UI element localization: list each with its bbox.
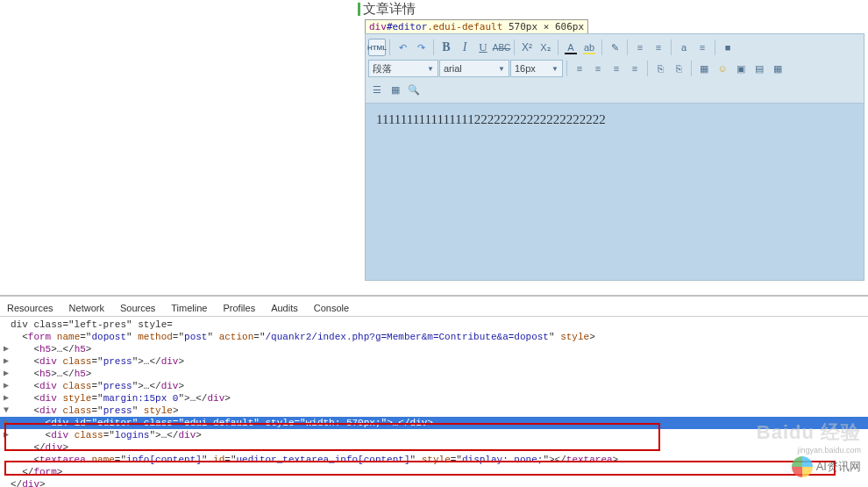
tab-network[interactable]: Network: [68, 300, 106, 316]
toolbar-extra-2[interactable]: ▦: [387, 81, 404, 98]
superscript-button[interactable]: X²: [518, 39, 536, 56]
inspector-tooltip: div#editor.edui-default 570px × 606px: [365, 19, 588, 34]
toolbar-extra-1[interactable]: ☰: [368, 81, 386, 98]
align-justify-button[interactable]: ≡: [626, 60, 644, 77]
font-size-select[interactable]: 16px▼: [510, 60, 563, 77]
tab-timeline[interactable]: Timeline: [169, 300, 209, 316]
bold-button[interactable]: B: [438, 39, 455, 56]
paragraph-select[interactable]: 段落▼: [368, 60, 438, 77]
code-line[interactable]: ▶ <div class="logins">…</div>: [0, 429, 868, 441]
code-line[interactable]: </div>: [0, 441, 868, 454]
eraser-button[interactable]: ✎: [606, 39, 623, 56]
align-left-button[interactable]: ≡: [571, 60, 588, 77]
code-line[interactable]: ▶ <div id="editor" class="edui-default" …: [0, 417, 868, 429]
video-button[interactable]: ▣: [732, 60, 750, 77]
table-button[interactable]: ▦: [769, 60, 786, 77]
unordered-list-button[interactable]: ≡: [650, 39, 667, 56]
devtools-tabs: Resources Network Sources Timeline Profi…: [0, 297, 868, 317]
tab-profiles[interactable]: Profiles: [221, 300, 257, 316]
code-line[interactable]: </div>: [0, 478, 868, 487]
code-line[interactable]: ▼ <div class="press" style>: [0, 405, 868, 417]
font-family-select[interactable]: arial▼: [439, 60, 509, 77]
fontcolor-button[interactable]: A: [562, 39, 580, 56]
source-button[interactable]: HTML: [368, 39, 386, 56]
align-right-button[interactable]: ≡: [608, 60, 625, 77]
code-line[interactable]: <form name="dopost" method="post" action…: [0, 331, 868, 343]
code-line[interactable]: <textarea name="info[content]" id="uedit…: [0, 454, 868, 466]
tab-resources[interactable]: Resources: [5, 300, 55, 316]
unlink-button[interactable]: ⎘: [670, 60, 687, 77]
code-line[interactable]: ▶ <h5>…</h5>: [0, 343, 868, 355]
code-line[interactable]: div class="left-pres" style=: [0, 319, 868, 331]
devtools-panel: Resources Network Sources Timeline Profi…: [0, 295, 868, 487]
ordered-list-button[interactable]: ≡: [631, 39, 649, 56]
elements-tree[interactable]: div class="left-pres" style= <form name=…: [0, 317, 868, 487]
code-line[interactable]: ▶ <h5>…</h5>: [0, 368, 868, 380]
indent-right-button[interactable]: ≡: [694, 39, 711, 56]
align-center-button[interactable]: ≡: [589, 60, 607, 77]
redo-button[interactable]: ↷: [412, 39, 430, 56]
link-button[interactable]: ⎘: [651, 60, 669, 77]
italic-button[interactable]: I: [456, 39, 473, 56]
undo-button[interactable]: ↶: [394, 39, 411, 56]
search-button[interactable]: 🔍: [405, 81, 423, 98]
editor-toolbar: HTML ↶ ↷ B I U ABC X² X₂ A ab ✎ ≡ ≡: [366, 34, 864, 104]
image-button[interactable]: ▦: [695, 60, 713, 77]
indent-left-button[interactable]: a: [675, 39, 693, 56]
code-line[interactable]: ▶ <div class="press">…</div>: [0, 355, 868, 368]
underline-button[interactable]: U: [474, 39, 492, 56]
subscript-button[interactable]: X₂: [537, 39, 554, 56]
fullscreen-button[interactable]: ■: [719, 39, 736, 56]
backcolor-button[interactable]: ab: [580, 39, 598, 56]
tab-audits[interactable]: Audits: [269, 300, 300, 316]
code-line[interactable]: ▶ <div class="press">…</div>: [0, 380, 868, 392]
strikethrough-button[interactable]: ABC: [493, 39, 510, 56]
tab-console[interactable]: Console: [312, 300, 351, 316]
code-button[interactable]: ▤: [751, 60, 768, 77]
editor-content[interactable]: 111111111111111122222222222222222222: [366, 104, 864, 136]
rich-text-editor: HTML ↶ ↷ B I U ABC X² X₂ A ab ✎ ≡ ≡: [365, 33, 864, 281]
preview-panel: 文章详情 div#editor.edui-default 570px × 606…: [0, 0, 868, 295]
tab-sources[interactable]: Sources: [118, 300, 157, 316]
section-title: 文章详情: [363, 1, 416, 18]
emoticon-button[interactable]: ☺: [714, 60, 731, 77]
code-line[interactable]: ▶ <div style="margin:15px 0">…</div>: [0, 392, 868, 405]
code-line[interactable]: </form>: [0, 466, 868, 478]
